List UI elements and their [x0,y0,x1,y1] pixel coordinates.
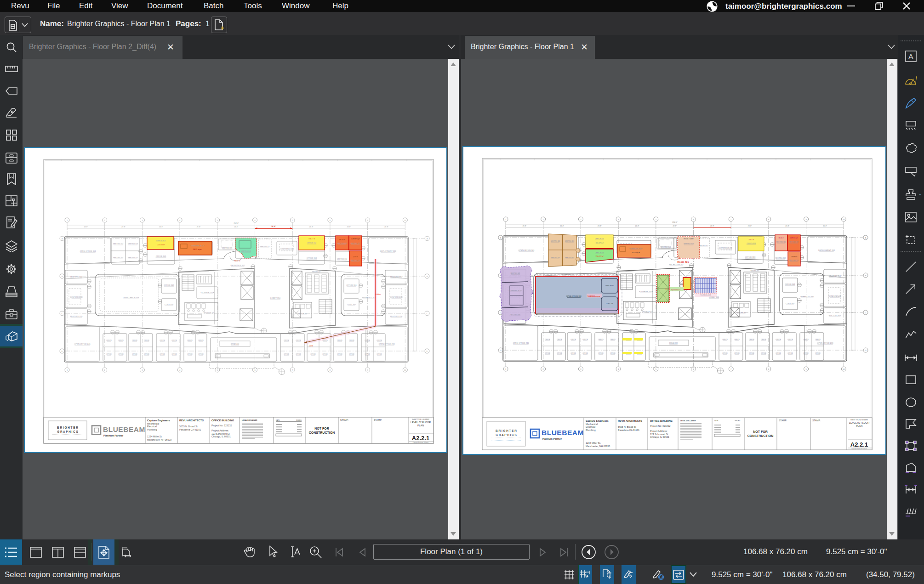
svg-text:Copyright Bluebeam Software: Copyright Bluebeam Software [413,442,429,443]
svg-text:CONSTRUCTION: CONSTRUCTION [309,431,335,434]
svg-text:DATE: DATE [714,420,718,422]
svg-text:26'-8": 26'-8" [84,226,88,228]
svg-text:MEETING 305: MEETING 305 [128,257,138,259]
svg-text:DEPLOYMENT 318: DEPLOYMENT 318 [818,249,835,251]
svg-text:OFFICE: OFFICE [349,353,354,355]
svg-text:OFFICE: OFFICE [815,339,821,340]
svg-text:OFFICE: OFFICE [337,340,342,341]
svg-text:OFFICE: OFFICE [106,340,112,341]
svg-text:COPY 360: COPY 360 [347,303,356,306]
svg-text:OFFICE 306: OFFICE 306 [595,252,604,254]
svg-text:RECEPTION 102: RECEPTION 102 [669,263,684,266]
svg-text:OFFICE: OFFICE [570,352,576,354]
svg-text:MEETING 354: MEETING 354 [390,276,403,278]
svg-text:A: A [500,237,502,239]
svg-text:OFFICE 345: OFFICE 345 [605,285,614,287]
svg-text:OFFICE: OFFICE [734,339,740,340]
svg-text:Project Address:: Project Address: [650,430,667,432]
svg-text:MEETING 305: MEETING 305 [565,257,574,259]
svg-text:Manchester, NH 06930: Manchester, NH 06930 [147,438,171,441]
svg-text:OFFICE: OFFICE [187,353,193,355]
svg-text:1,099.87 sq ft: 1,099.87 sq ft [790,237,798,239]
svg-text:LEGAL DISCLAIMER: LEGAL DISCLAIMER [680,420,696,422]
svg-text:MEETING 304: MEETING 304 [551,257,560,259]
svg-text:MEETING 308: MEETING 308 [684,243,694,245]
svg-text:OPEN OFFICE 246: OPEN OFFICE 246 [74,343,91,345]
svg-text:A: A [62,238,63,240]
svg-text:PLAN: PLAN [856,425,862,427]
svg-text:G R A P H I C S: G R A P H I C S [496,433,517,437]
svg-text:COPY 339: COPY 339 [606,303,613,305]
svg-text:300.476 sf: 300.476 sf [596,242,604,244]
svg-text:Electrical: Electrical [586,425,595,428]
svg-text:MEETING 303: MEETING 303 [565,240,574,242]
svg-text:Project No: 323232: Project No: 323232 [211,424,232,427]
svg-text:130.896 sf: 130.896 sf [791,256,797,258]
svg-text:Mechanical: Mechanical [147,422,159,425]
svg-text:OFFICE: OFFICE [570,339,576,340]
svg-text:OPEN OFFICE 246: OPEN OFFICE 246 [513,342,530,344]
svg-text:26'-8": 26'-8" [159,226,163,228]
svg-text:SERVER 347: SERVER 347 [750,270,759,272]
svg-text:Platinum Partner: Platinum Partner [542,437,562,440]
svg-text:SHEET TITLE & NUMBER: SHEET TITLE & NUMBER [412,419,429,420]
svg-text:ISSUED: ISSUED [735,420,741,422]
svg-text:10: 10 [843,368,845,370]
svg-text:MEETING 312: MEETING 312 [776,257,786,259]
svg-text:OFFICE: OFFICE [582,352,588,354]
svg-text:RECEPTION 102: RECEPTION 102 [230,264,245,266]
svg-text:ROOM # NAME: ROOM # NAME [684,238,693,240]
svg-text:224.60 sf: 224.60 sf [157,244,165,246]
svg-text:MEETING 317: MEETING 317 [351,243,360,244]
svg-text:MEETING 302: MEETING 302 [113,243,123,245]
svg-text:MEN'S RR 335: MEN'S RR 335 [736,312,746,314]
svg-text:STORAGE 205A: STORAGE 205A [639,290,653,293]
svg-text:VESTIBULE 204: VESTIBULE 204 [642,311,653,313]
svg-text:STORAGE 205A: STORAGE 205A [200,291,214,294]
svg-text:Chicago, IL 60601: Chicago, IL 60601 [650,436,669,438]
svg-text:MEETING 302: MEETING 302 [551,240,560,242]
svg-text:Project No: 323232: Project No: 323232 [650,425,671,427]
svg-text:28.75 sq m: 28.75 sq m [193,249,202,250]
svg-text:LOBBY 350: LOBBY 350 [270,297,281,299]
svg-text:26'-8": 26'-8" [271,225,276,227]
svg-text:OFFICE: OFFICE [160,340,165,341]
svg-text:OFFICE 312: OFFICE 312 [307,242,316,244]
svg-text:COPY 360: COPY 360 [786,302,795,305]
svg-text:160.806 sq m: 160.806 sq m [587,295,600,297]
svg-text:SHEET TITLE & NUMBER: SHEET TITLE & NUMBER [850,419,868,421]
svg-text:96.60 sf: 96.60 sf [234,260,240,262]
svg-text:Platinum Partner: Platinum Partner [103,434,124,437]
svg-text:1234 Miller St.: 1234 Miller St. [586,442,601,444]
svg-text:C: C [865,312,867,314]
svg-text:STAMP:: STAMP: [812,419,821,422]
svg-text:Plumbing: Plumbing [147,428,157,431]
svg-text:CONFERENCE 310: CONFERENCE 310 [190,245,204,247]
svg-text:OFFICE 303: OFFICE 303 [156,240,165,242]
svg-text:A: A [908,52,913,60]
svg-text:26'-8": 26'-8" [234,226,238,228]
svg-text:OFFICE: OFFICE [376,353,382,355]
svg-text:OFFICE: OFFICE [160,353,165,355]
svg-text:72.76 ft: 72.76 ft [321,338,326,340]
svg-text:B R I G H T E R: B R I G H T E R [496,429,517,432]
svg-text:1234 Miller St.: 1234 Miller St. [147,435,162,438]
svg-text:OFFICE: OFFICE [144,353,149,355]
svg-text:OFFICE 313: OFFICE 313 [745,256,756,258]
svg-text:B: B [62,275,63,278]
svg-text:REVU ARCHITECTS: REVU ARCHITECTS [179,419,204,422]
svg-text:DEPLOYMENT 318: DEPLOYMENT 318 [380,250,396,252]
svg-text:C: C [62,312,63,315]
svg-text:Manchester, NH 06930: Manchester, NH 06930 [586,445,610,448]
svg-text:MEETING 316: MEETING 316 [337,243,347,244]
svg-text:OFFICE: OFFICE [365,340,370,341]
svg-text:OFFICE 345: OFFICE 345 [164,284,174,286]
svg-text:BLUEBEAM: BLUEBEAM [103,425,145,433]
svg-text:COPY 339: COPY 339 [165,303,174,306]
svg-text:MULTI-PU 339: MULTI-PU 339 [510,314,520,316]
svg-text:CONSTRUCTION: CONSTRUCTION [747,434,773,437]
svg-text:MEETING 308: MEETING 308 [241,250,251,252]
svg-text:OFFICE: OFFICE [349,340,354,341]
svg-text:B: B [865,274,867,277]
svg-text:OFFICE: OFFICE [284,340,289,341]
